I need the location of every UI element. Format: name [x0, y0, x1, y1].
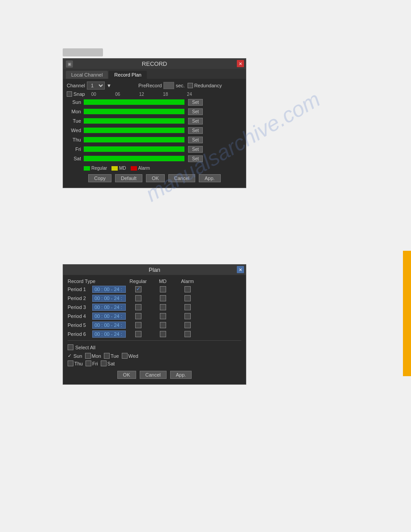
set-btn-fri[interactable]: Set	[188, 146, 203, 153]
default-button[interactable]: Default	[115, 174, 142, 182]
day-label-thu: Thu	[67, 137, 84, 142]
day-wed-label: Wed	[128, 353, 138, 359]
select-all-row: Select All	[68, 344, 241, 350]
legend-md: MD	[111, 166, 126, 171]
period-4-time[interactable]	[92, 313, 126, 320]
period-1-alarm-checkbox[interactable]	[184, 286, 191, 292]
sat-checkbox[interactable]	[101, 360, 107, 366]
snap-checkbox[interactable]	[67, 91, 72, 97]
period-2-alarm-checkbox[interactable]	[184, 295, 191, 301]
period-3-time[interactable]	[92, 304, 126, 311]
day-row-tue: Tue Set	[67, 117, 242, 125]
plan-bottom-buttons: OK Cancel App.	[68, 368, 241, 381]
day-fri-label: Fri	[92, 361, 98, 366]
period-6-regular-checkbox[interactable]	[135, 331, 141, 337]
record-close-button[interactable]: ✕	[237, 60, 244, 67]
timeline-tue[interactable]	[84, 118, 184, 124]
legend-row: Regular MD Alarm	[67, 164, 242, 172]
period-6-md-checkbox[interactable]	[160, 331, 166, 337]
period-2-md-checkbox[interactable]	[160, 295, 166, 301]
timeline-mon[interactable]	[84, 108, 184, 115]
set-btn-mon[interactable]: Set	[188, 108, 203, 115]
day-thu-item: Thu	[68, 360, 83, 366]
time-24: 24	[187, 92, 192, 97]
period-4-md-checkbox[interactable]	[160, 313, 166, 319]
period-6-time[interactable]	[92, 330, 126, 338]
set-btn-thu[interactable]: Set	[188, 137, 203, 143]
redundancy-checkbox[interactable]	[188, 83, 193, 88]
plan-dialog-body: Record Type Regular MD Alarm Period 1 Pe…	[63, 275, 246, 384]
record-dialog-body: Channel 1 ▼ PreRecord 4 sec. Redundancy …	[63, 79, 246, 188]
day-mon-item: Mon	[85, 353, 101, 359]
timeline-wed[interactable]	[84, 127, 184, 133]
copy-button[interactable]: Copy	[88, 174, 111, 182]
period-3-md-checkbox[interactable]	[160, 304, 166, 310]
period-row-6: Period 6	[68, 330, 241, 338]
day-fri-item: Fri	[86, 360, 98, 366]
period-1-time[interactable]	[92, 286, 126, 293]
timeline-bar-fri	[84, 146, 184, 152]
period-1-md-checkbox[interactable]	[160, 286, 166, 292]
period-4-regular-checkbox[interactable]	[135, 313, 141, 319]
period-1-regular-checkbox[interactable]	[135, 286, 141, 292]
period-3-alarm-checkbox[interactable]	[184, 304, 191, 310]
period-4-md-cell	[150, 313, 175, 319]
plan-cancel-button[interactable]: Cancel	[140, 371, 167, 379]
period-6-md-cell	[150, 331, 175, 337]
timeline-sun[interactable]	[84, 99, 184, 105]
select-all-checkbox[interactable]	[68, 344, 73, 350]
timeline-thu[interactable]	[84, 137, 184, 143]
set-btn-tue[interactable]: Set	[188, 118, 203, 124]
ok-button[interactable]: OK	[146, 174, 165, 182]
timeline-fri[interactable]	[84, 146, 184, 152]
channel-arrow: ▼	[107, 83, 111, 88]
period-5-time[interactable]	[92, 322, 126, 329]
period-6-alarm-checkbox[interactable]	[184, 331, 191, 337]
snap-label: Snap	[73, 91, 85, 97]
fri-checkbox[interactable]	[86, 360, 91, 366]
timeline-sat[interactable]	[84, 155, 184, 162]
day-label-tue: Tue	[67, 118, 84, 124]
prerecord-input[interactable]: 4	[163, 82, 174, 89]
thu-checkbox[interactable]	[68, 360, 73, 366]
period-2-time[interactable]	[92, 295, 126, 302]
timeline-bar-sat	[84, 156, 184, 161]
plan-ok-button[interactable]: OK	[117, 371, 136, 379]
period-3-regular-checkbox[interactable]	[135, 304, 141, 310]
plan-title-bar: Plan ✕	[63, 265, 246, 275]
set-btn-sun[interactable]: Set	[188, 99, 203, 106]
period-5-alarm-cell	[175, 322, 200, 328]
day-select-section: Select All ✓ Sun Mon Tue Wed	[68, 340, 241, 366]
time-18: 18	[163, 92, 168, 97]
period-2-regular-cell	[126, 295, 150, 301]
tab-local-channel[interactable]: Local Channel	[66, 71, 108, 79]
cancel-button[interactable]: Cancel	[168, 174, 195, 182]
period-5-regular-checkbox[interactable]	[135, 322, 141, 328]
legend-regular-label: Regular	[91, 166, 107, 171]
plan-close-button[interactable]: ✕	[237, 266, 244, 273]
channel-select[interactable]: 1	[87, 82, 105, 90]
period-1-alarm-cell	[175, 286, 200, 292]
day-row-thu: Thu Set	[67, 136, 242, 144]
period-5-regular-cell	[126, 322, 150, 328]
period-2-regular-checkbox[interactable]	[135, 295, 141, 301]
col-alarm-header: Alarm	[175, 279, 200, 284]
mon-checkbox[interactable]	[85, 353, 91, 359]
period-row-3: Period 3	[68, 304, 241, 311]
tue-checkbox[interactable]	[104, 353, 110, 359]
record-type-header: Record Type	[68, 279, 126, 284]
wed-checkbox[interactable]	[122, 353, 128, 359]
app-button[interactable]: App.	[199, 174, 221, 182]
redundancy-label: Redundancy	[194, 83, 222, 88]
period-5-md-checkbox[interactable]	[160, 322, 166, 328]
period-4-alarm-checkbox[interactable]	[184, 313, 191, 319]
set-btn-sat[interactable]: Set	[188, 155, 203, 162]
day-sun-label: Sun	[73, 353, 82, 359]
set-btn-wed[interactable]: Set	[188, 127, 203, 134]
plan-app-button[interactable]: App.	[170, 371, 192, 379]
legend-alarm-color	[131, 166, 137, 171]
period-5-alarm-checkbox[interactable]	[184, 322, 191, 328]
select-all-label: Select All	[75, 345, 95, 350]
tab-record-plan[interactable]: Record Plan	[109, 71, 147, 79]
period-6-regular-cell	[126, 331, 150, 337]
